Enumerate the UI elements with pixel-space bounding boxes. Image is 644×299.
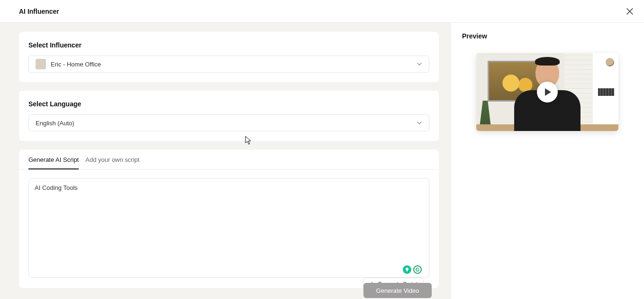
play-icon: [545, 88, 551, 96]
main-area: Select Influencer Eric - Home Office Sel…: [0, 23, 644, 299]
tab-generate-ai-script[interactable]: Generate AI Script: [28, 156, 79, 169]
close-button[interactable]: [625, 7, 635, 16]
language-label: Select Language: [28, 100, 429, 108]
language-selected-text: English (Auto): [36, 120, 74, 127]
script-textarea[interactable]: [28, 178, 429, 278]
language-select[interactable]: English (Auto): [28, 114, 429, 131]
influencer-label: Select Influencer: [28, 41, 429, 49]
page-title: AI Influencer: [19, 8, 59, 15]
influencer-select-left: Eric - Home Office: [36, 59, 101, 69]
influencer-select[interactable]: Eric - Home Office: [28, 56, 429, 73]
play-button[interactable]: [537, 82, 558, 103]
hint-icon[interactable]: [403, 265, 411, 274]
close-icon: [626, 8, 633, 15]
preview-column: Preview: [451, 23, 644, 299]
generate-video-button[interactable]: Generate Video: [363, 283, 432, 298]
script-tabs: Generate AI Script Add your own script: [19, 150, 439, 169]
header: AI Influencer: [0, 0, 644, 23]
influencer-avatar-thumb: [36, 59, 46, 69]
left-column: Select Influencer Eric - Home Office Sel…: [0, 23, 451, 299]
language-card: Select Language English (Auto): [19, 91, 439, 141]
svg-point-0: [406, 268, 408, 271]
assistant-badges: G: [403, 265, 422, 274]
influencer-card: Select Influencer Eric - Home Office: [19, 32, 439, 82]
preview-video[interactable]: [476, 53, 618, 131]
grammarly-icon[interactable]: G: [413, 265, 422, 274]
influencer-selected-text: Eric - Home Office: [51, 61, 101, 68]
script-textarea-wrap: G: [19, 169, 439, 288]
tab-add-own-script[interactable]: Add your own script: [85, 156, 139, 169]
svg-rect-1: [407, 271, 408, 271]
chevron-down-icon: [417, 120, 422, 126]
preview-title: Preview: [462, 32, 633, 40]
chevron-down-icon: [417, 61, 422, 67]
script-card: Generate AI Script Add your own script G…: [19, 150, 439, 288]
